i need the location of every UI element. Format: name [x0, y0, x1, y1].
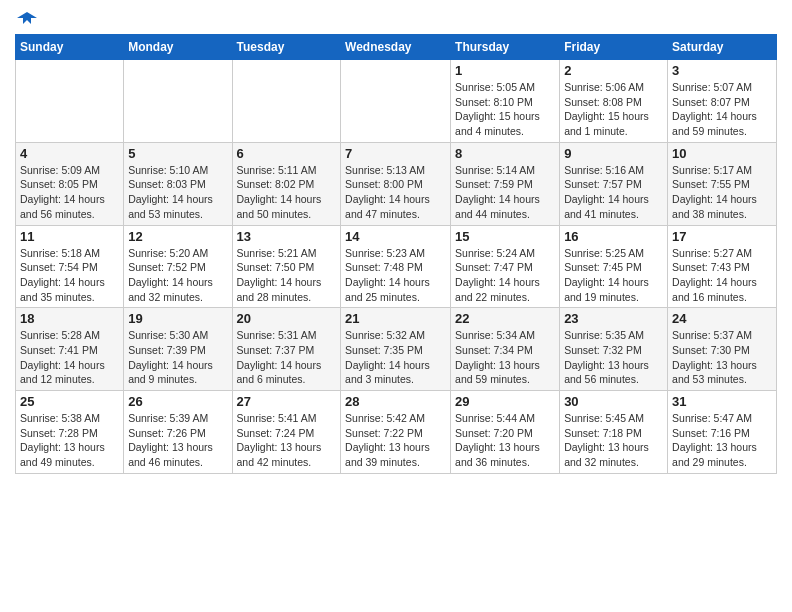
calendar-cell: 8Sunrise: 5:14 AM Sunset: 7:59 PM Daylig…	[451, 142, 560, 225]
column-header-saturday: Saturday	[668, 35, 777, 60]
day-info: Sunrise: 5:42 AM Sunset: 7:22 PM Dayligh…	[345, 411, 446, 470]
day-number: 21	[345, 311, 446, 326]
logo-bird-icon	[17, 10, 37, 30]
calendar-cell	[232, 60, 341, 143]
day-info: Sunrise: 5:23 AM Sunset: 7:48 PM Dayligh…	[345, 246, 446, 305]
calendar-cell: 15Sunrise: 5:24 AM Sunset: 7:47 PM Dayli…	[451, 225, 560, 308]
column-header-thursday: Thursday	[451, 35, 560, 60]
day-number: 24	[672, 311, 772, 326]
day-info: Sunrise: 5:34 AM Sunset: 7:34 PM Dayligh…	[455, 328, 555, 387]
day-info: Sunrise: 5:05 AM Sunset: 8:10 PM Dayligh…	[455, 80, 555, 139]
calendar-cell: 29Sunrise: 5:44 AM Sunset: 7:20 PM Dayli…	[451, 391, 560, 474]
day-number: 7	[345, 146, 446, 161]
calendar-table: SundayMondayTuesdayWednesdayThursdayFrid…	[15, 34, 777, 474]
day-number: 4	[20, 146, 119, 161]
calendar-cell	[124, 60, 232, 143]
calendar-cell: 27Sunrise: 5:41 AM Sunset: 7:24 PM Dayli…	[232, 391, 341, 474]
day-number: 11	[20, 229, 119, 244]
calendar-week-row: 11Sunrise: 5:18 AM Sunset: 7:54 PM Dayli…	[16, 225, 777, 308]
column-header-friday: Friday	[560, 35, 668, 60]
day-info: Sunrise: 5:39 AM Sunset: 7:26 PM Dayligh…	[128, 411, 227, 470]
day-number: 14	[345, 229, 446, 244]
day-number: 10	[672, 146, 772, 161]
day-number: 28	[345, 394, 446, 409]
svg-marker-0	[17, 12, 37, 24]
day-info: Sunrise: 5:41 AM Sunset: 7:24 PM Dayligh…	[237, 411, 337, 470]
day-info: Sunrise: 5:24 AM Sunset: 7:47 PM Dayligh…	[455, 246, 555, 305]
day-info: Sunrise: 5:31 AM Sunset: 7:37 PM Dayligh…	[237, 328, 337, 387]
day-info: Sunrise: 5:10 AM Sunset: 8:03 PM Dayligh…	[128, 163, 227, 222]
day-info: Sunrise: 5:25 AM Sunset: 7:45 PM Dayligh…	[564, 246, 663, 305]
day-info: Sunrise: 5:18 AM Sunset: 7:54 PM Dayligh…	[20, 246, 119, 305]
calendar-cell: 13Sunrise: 5:21 AM Sunset: 7:50 PM Dayli…	[232, 225, 341, 308]
day-info: Sunrise: 5:13 AM Sunset: 8:00 PM Dayligh…	[345, 163, 446, 222]
day-number: 12	[128, 229, 227, 244]
logo	[15, 10, 37, 26]
day-number: 23	[564, 311, 663, 326]
day-number: 6	[237, 146, 337, 161]
calendar-cell: 6Sunrise: 5:11 AM Sunset: 8:02 PM Daylig…	[232, 142, 341, 225]
day-info: Sunrise: 5:30 AM Sunset: 7:39 PM Dayligh…	[128, 328, 227, 387]
calendar-cell: 18Sunrise: 5:28 AM Sunset: 7:41 PM Dayli…	[16, 308, 124, 391]
day-number: 13	[237, 229, 337, 244]
day-info: Sunrise: 5:06 AM Sunset: 8:08 PM Dayligh…	[564, 80, 663, 139]
calendar-week-row: 1Sunrise: 5:05 AM Sunset: 8:10 PM Daylig…	[16, 60, 777, 143]
calendar-cell: 14Sunrise: 5:23 AM Sunset: 7:48 PM Dayli…	[341, 225, 451, 308]
day-info: Sunrise: 5:16 AM Sunset: 7:57 PM Dayligh…	[564, 163, 663, 222]
column-header-sunday: Sunday	[16, 35, 124, 60]
calendar-cell: 17Sunrise: 5:27 AM Sunset: 7:43 PM Dayli…	[668, 225, 777, 308]
calendar-cell: 19Sunrise: 5:30 AM Sunset: 7:39 PM Dayli…	[124, 308, 232, 391]
calendar-cell: 1Sunrise: 5:05 AM Sunset: 8:10 PM Daylig…	[451, 60, 560, 143]
day-number: 17	[672, 229, 772, 244]
day-info: Sunrise: 5:27 AM Sunset: 7:43 PM Dayligh…	[672, 246, 772, 305]
day-number: 8	[455, 146, 555, 161]
day-info: Sunrise: 5:28 AM Sunset: 7:41 PM Dayligh…	[20, 328, 119, 387]
calendar-cell: 3Sunrise: 5:07 AM Sunset: 8:07 PM Daylig…	[668, 60, 777, 143]
calendar-cell: 23Sunrise: 5:35 AM Sunset: 7:32 PM Dayli…	[560, 308, 668, 391]
calendar-cell: 30Sunrise: 5:45 AM Sunset: 7:18 PM Dayli…	[560, 391, 668, 474]
day-number: 20	[237, 311, 337, 326]
day-info: Sunrise: 5:07 AM Sunset: 8:07 PM Dayligh…	[672, 80, 772, 139]
day-number: 27	[237, 394, 337, 409]
day-info: Sunrise: 5:38 AM Sunset: 7:28 PM Dayligh…	[20, 411, 119, 470]
day-info: Sunrise: 5:32 AM Sunset: 7:35 PM Dayligh…	[345, 328, 446, 387]
calendar-cell	[16, 60, 124, 143]
day-info: Sunrise: 5:11 AM Sunset: 8:02 PM Dayligh…	[237, 163, 337, 222]
calendar-cell: 22Sunrise: 5:34 AM Sunset: 7:34 PM Dayli…	[451, 308, 560, 391]
day-info: Sunrise: 5:35 AM Sunset: 7:32 PM Dayligh…	[564, 328, 663, 387]
calendar-cell: 12Sunrise: 5:20 AM Sunset: 7:52 PM Dayli…	[124, 225, 232, 308]
calendar-cell: 31Sunrise: 5:47 AM Sunset: 7:16 PM Dayli…	[668, 391, 777, 474]
calendar-cell: 16Sunrise: 5:25 AM Sunset: 7:45 PM Dayli…	[560, 225, 668, 308]
day-info: Sunrise: 5:14 AM Sunset: 7:59 PM Dayligh…	[455, 163, 555, 222]
day-number: 22	[455, 311, 555, 326]
day-info: Sunrise: 5:45 AM Sunset: 7:18 PM Dayligh…	[564, 411, 663, 470]
calendar-week-row: 4Sunrise: 5:09 AM Sunset: 8:05 PM Daylig…	[16, 142, 777, 225]
calendar-week-row: 25Sunrise: 5:38 AM Sunset: 7:28 PM Dayli…	[16, 391, 777, 474]
calendar-cell: 25Sunrise: 5:38 AM Sunset: 7:28 PM Dayli…	[16, 391, 124, 474]
calendar-cell: 26Sunrise: 5:39 AM Sunset: 7:26 PM Dayli…	[124, 391, 232, 474]
calendar-cell: 4Sunrise: 5:09 AM Sunset: 8:05 PM Daylig…	[16, 142, 124, 225]
column-header-tuesday: Tuesday	[232, 35, 341, 60]
day-number: 26	[128, 394, 227, 409]
day-number: 29	[455, 394, 555, 409]
day-number: 18	[20, 311, 119, 326]
day-number: 25	[20, 394, 119, 409]
calendar-cell: 21Sunrise: 5:32 AM Sunset: 7:35 PM Dayli…	[341, 308, 451, 391]
calendar-cell: 20Sunrise: 5:31 AM Sunset: 7:37 PM Dayli…	[232, 308, 341, 391]
calendar-week-row: 18Sunrise: 5:28 AM Sunset: 7:41 PM Dayli…	[16, 308, 777, 391]
day-number: 2	[564, 63, 663, 78]
day-info: Sunrise: 5:17 AM Sunset: 7:55 PM Dayligh…	[672, 163, 772, 222]
calendar-cell	[341, 60, 451, 143]
column-header-wednesday: Wednesday	[341, 35, 451, 60]
day-info: Sunrise: 5:44 AM Sunset: 7:20 PM Dayligh…	[455, 411, 555, 470]
calendar-cell: 9Sunrise: 5:16 AM Sunset: 7:57 PM Daylig…	[560, 142, 668, 225]
column-header-monday: Monday	[124, 35, 232, 60]
calendar-cell: 2Sunrise: 5:06 AM Sunset: 8:08 PM Daylig…	[560, 60, 668, 143]
calendar-header-row: SundayMondayTuesdayWednesdayThursdayFrid…	[16, 35, 777, 60]
calendar-cell: 10Sunrise: 5:17 AM Sunset: 7:55 PM Dayli…	[668, 142, 777, 225]
day-number: 19	[128, 311, 227, 326]
calendar-cell: 28Sunrise: 5:42 AM Sunset: 7:22 PM Dayli…	[341, 391, 451, 474]
day-info: Sunrise: 5:20 AM Sunset: 7:52 PM Dayligh…	[128, 246, 227, 305]
day-number: 9	[564, 146, 663, 161]
day-number: 30	[564, 394, 663, 409]
